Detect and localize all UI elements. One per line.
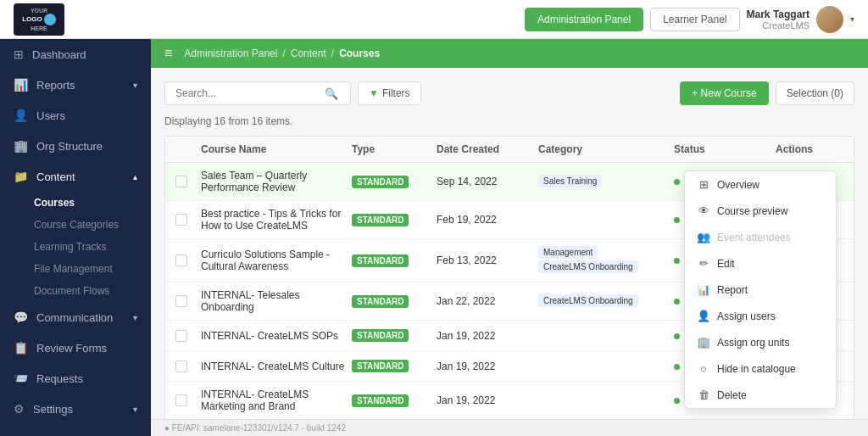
assign-users-icon: 👤 [697,310,710,322]
menu-item-overview[interactable]: ⊞ Overview [685,171,836,198]
sidebar-item-label: Settings [33,403,125,416]
sidebar-item-content[interactable]: 📁 Content ▴ [0,161,151,192]
sidebar-item-review-forms[interactable]: 📋 Review Forms [0,333,151,363]
hamburger-icon[interactable]: ≡ [164,46,172,61]
new-course-button[interactable]: + New Course [680,81,768,105]
users-icon: 👤 [14,109,28,122]
learner-panel-button[interactable]: Learner Panel [650,8,739,31]
menu-item-preview[interactable]: 👁 Course preview [685,198,836,224]
category-col: CreateLMS Onboarding [538,294,674,309]
reports-icon: 📊 [14,78,28,92]
delete-icon: 🗑 [697,388,710,401]
search-input[interactable] [172,82,325,104]
sidebar-item-org[interactable]: 🏢 Org Structure [0,131,151,161]
status-dot [674,217,680,223]
footer: ● FE/API: samelane-123301/v124.7 - build… [151,419,868,436]
menu-item-assign-users[interactable]: 👤 Assign users [685,303,836,329]
logo-circle [44,14,56,25]
requests-icon: 📨 [14,372,28,385]
avatar [816,6,843,33]
row-checkbox[interactable] [175,330,187,342]
footer-text: ● FE/API: samelane-123301/v124.7 - build… [164,423,346,433]
sidebar-item-label: Reports [36,79,125,92]
row-checkbox[interactable] [175,214,187,226]
sidebar-item-settings[interactable]: ⚙ Settings ▾ [0,394,151,424]
breadcrumb-admin[interactable]: Administration Panel [184,48,277,59]
menu-item-label: Assign org units [717,337,789,349]
content-icon: 📁 [14,170,28,183]
sidebar-item-communication[interactable]: 💬 Communication ▾ [0,302,151,333]
sidebar-item-reports[interactable]: 📊 Reports ▾ [0,70,151,100]
row-checkbox[interactable] [175,295,187,307]
reports-arrow: ▾ [133,81,137,90]
menu-item-edit[interactable]: ✏ Edit [685,250,836,277]
row-checkbox[interactable] [175,254,187,266]
type-badge-col: STANDARD [352,360,437,372]
review-forms-icon: 📋 [14,341,28,355]
dashboard-icon: ⊞ [14,48,24,61]
row-checkbox[interactable] [175,394,187,406]
menu-item-assign-org[interactable]: 🏢 Assign org units [685,329,836,355]
type-badge-col: STANDARD [352,176,437,188]
filters-button[interactable]: ▼ Filters [358,81,421,105]
date-col: Jan 19, 2022 [437,394,538,406]
layout: ⊞ Dashboard 📊 Reports ▾ 👤 Users 🏢 Org St… [0,39,868,436]
menu-item-hide[interactable]: ○ Hide in catalogue [685,355,836,382]
courses-table: Course Name Type Date Created Category S… [164,136,854,419]
context-menu: ⊞ Overview 👁 Course preview 👥 Event atte… [684,170,837,409]
type-badge-col: STANDARD [352,214,437,226]
search-box: 🔍 [164,81,351,105]
menu-item-delete[interactable]: 🗑 Delete [685,382,836,408]
user-name: Mark Taggart [747,8,810,20]
toolbar: 🔍 ▼ Filters + New Course Selection (0) [164,81,854,105]
row-checkbox[interactable] [175,176,187,187]
menu-item-event-attendees: 👥 Event attendees [685,224,836,250]
header-date: Date Created [437,143,538,155]
type-badge: STANDARD [352,214,409,226]
sidebar-item-label: Dashboard [32,48,137,61]
sidebar-item-requests[interactable]: 📨 Requests [0,363,151,394]
sidebar-item-dashboard[interactable]: ⊞ Dashboard [0,39,151,70]
menu-item-report[interactable]: 📊 Report [685,277,836,303]
header-type: Type [352,143,437,155]
admin-panel-button[interactable]: Administration Panel [525,8,643,31]
course-name: INTERNAL- CreateLMS SOPs [201,330,352,342]
preview-icon: 👁 [697,204,710,217]
selection-button[interactable]: Selection (0) [776,81,854,105]
sidebar-sub-file-management[interactable]: File Management [0,258,151,280]
sidebar-sub-learning-tracks[interactable]: Learning Tracks [0,236,151,258]
settings-icon: ⚙ [14,402,25,416]
user-dropdown-chevron[interactable]: ▾ [850,14,854,24]
date-col: Sep 14, 2022 [437,176,538,187]
displaying-text: Displaying 16 from 16 items. [164,115,854,127]
sidebar-sub-categories[interactable]: Course Categories [0,214,151,236]
status-dot [674,258,680,264]
breadcrumb-content[interactable]: Content [291,48,326,59]
overview-icon: ⊞ [697,178,710,191]
sidebar-sub-courses[interactable]: Courses [0,192,151,214]
user-area: Mark Taggart CreateLMS ▾ [747,6,854,33]
sidebar-item-label: Users [36,109,137,122]
course-name: INTERNAL- Telesales Onboarding [201,289,352,313]
date-col: Jan 19, 2022 [437,330,538,342]
header-course-name: Course Name [201,143,352,155]
topbar: YOUR LOGO HERE Administration Panel Lear… [0,0,868,39]
row-checkbox[interactable] [175,361,187,372]
status-dot [674,179,680,185]
main: ≡ Administration Panel / Content / Cours… [151,39,868,436]
filter-icon: ▼ [369,87,379,99]
sidebar-item-label: Org Structure [36,140,137,153]
content-area: 🔍 ▼ Filters + New Course Selection (0) D… [151,68,868,419]
sidebar-item-users[interactable]: 👤 Users [0,100,151,131]
category-badge: Sales Training [538,175,602,187]
user-info: Mark Taggart CreateLMS [747,8,810,31]
event-attendees-icon: 👥 [697,231,710,243]
type-badge-col: STANDARD [352,254,437,267]
header-category: Category [538,143,674,155]
category-col: Sales Training [538,175,674,189]
filters-label: Filters [382,87,410,99]
sidebar: ⊞ Dashboard 📊 Reports ▾ 👤 Users 🏢 Org St… [0,39,151,436]
header-actions: Actions [776,143,843,155]
course-name: INTERNAL- CreateLMS Marketing and Brand [201,388,352,412]
sidebar-sub-document-flows[interactable]: Document Flows [0,280,151,302]
